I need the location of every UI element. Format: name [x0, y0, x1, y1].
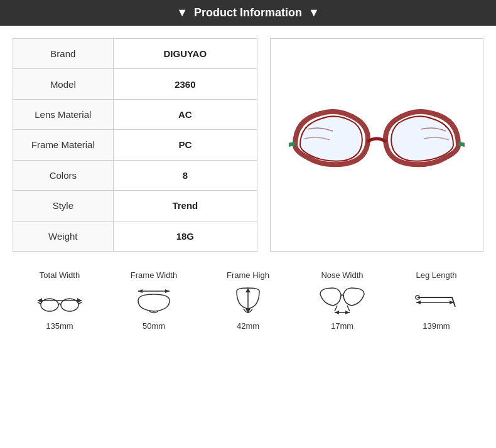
row-value: 2360 [113, 69, 257, 99]
total-width-icon [35, 285, 85, 316]
row-value: DIGUYAO [113, 39, 257, 69]
leg-length-label: Leg Length [416, 270, 456, 280]
frame-high-icon [223, 285, 273, 316]
table-row: Frame MaterialPC [13, 130, 257, 160]
frame-high-value: 42mm [237, 321, 259, 331]
table-row: Lens MaterialAC [13, 99, 257, 129]
nose-width-icon [317, 285, 367, 316]
svg-marker-17 [345, 311, 350, 314]
product-image-box [270, 38, 483, 252]
measurement-frame-width: Frame Width 50mm [129, 270, 179, 331]
total-width-label: Total Width [40, 270, 80, 280]
svg-marker-11 [245, 288, 251, 292]
svg-marker-19 [416, 301, 421, 304]
header-triangle-right: ▼ [308, 6, 320, 19]
frame-width-label: Frame Width [131, 270, 177, 280]
table-row: BrandDIGUYAO [13, 39, 257, 69]
svg-line-14 [347, 306, 350, 311]
header-triangle-left: ▼ [176, 6, 188, 19]
row-label: Frame Material [13, 130, 114, 160]
svg-marker-9 [165, 289, 170, 293]
frame-width-icon [129, 285, 179, 316]
leg-length-icon [411, 285, 461, 316]
svg-line-6 [78, 302, 82, 304]
svg-marker-16 [335, 311, 339, 314]
frame-width-value: 50mm [143, 321, 165, 331]
svg-line-5 [38, 302, 41, 304]
frame-high-label: Frame High [227, 270, 269, 280]
measurement-nose-width: Nose Width 17mm [317, 270, 367, 331]
row-label: Lens Material [13, 99, 114, 129]
measurements-section: Total Width 135mm Frame Width 50 [0, 264, 496, 343]
table-row: Weight18G [13, 221, 257, 251]
leg-length-value: 139mm [423, 321, 450, 331]
measurement-total-width: Total Width 135mm [35, 270, 85, 331]
row-label: Weight [13, 221, 114, 251]
svg-line-13 [335, 306, 337, 311]
nose-width-label: Nose Width [321, 270, 363, 280]
row-value: 18G [113, 221, 257, 251]
total-width-value: 135mm [46, 321, 73, 331]
table-row: Colors8 [13, 160, 257, 190]
row-value: PC [113, 130, 257, 160]
nose-width-value: 17mm [331, 321, 353, 331]
row-value: AC [113, 99, 257, 129]
row-value: Trend [113, 191, 257, 221]
header-title: Product Information [194, 6, 302, 19]
svg-marker-8 [138, 289, 143, 293]
row-label: Colors [13, 160, 114, 190]
product-image [289, 88, 465, 201]
main-content: BrandDIGUYAOModel2360Lens MaterialACFram… [0, 26, 496, 264]
table-row: StyleTrend [13, 191, 257, 221]
product-info-table: BrandDIGUYAOModel2360Lens MaterialACFram… [13, 38, 257, 252]
row-label: Style [13, 191, 114, 221]
table-row: Model2360 [13, 69, 257, 99]
row-label: Brand [13, 39, 114, 69]
measurement-frame-high: Frame High 42mm [223, 270, 273, 331]
row-value: 8 [113, 160, 257, 190]
measurement-leg-length: Leg Length 139mm [411, 270, 461, 331]
page-header: ▼ Product Information ▼ [0, 0, 496, 26]
row-label: Model [13, 69, 114, 99]
